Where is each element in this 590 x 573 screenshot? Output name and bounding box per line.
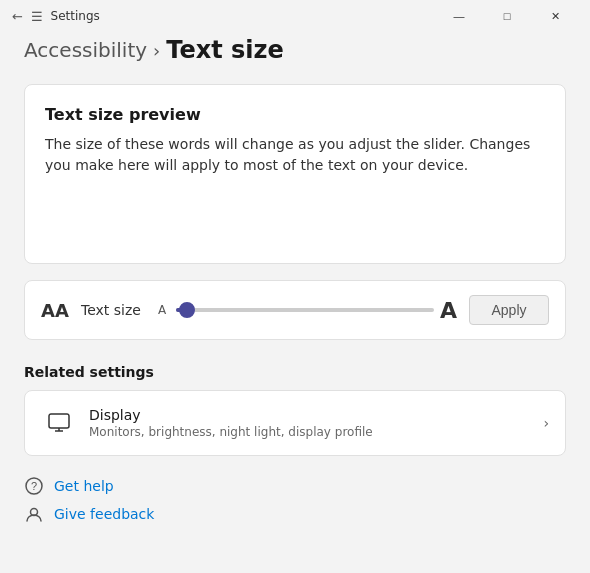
svg-text:?: ? (31, 480, 37, 492)
maximize-button[interactable]: □ (484, 0, 530, 32)
text-size-row: AA Text size A A Apply (24, 280, 566, 340)
main-content: Accessibility › Text size Text size prev… (0, 36, 590, 540)
get-help-icon: ? (24, 476, 44, 496)
text-size-preview-box: Text size preview The size of these word… (24, 84, 566, 264)
titlebar: ← ☰ Settings — □ ✕ (0, 0, 590, 32)
display-chevron-icon: › (543, 415, 549, 431)
svg-rect-0 (49, 414, 69, 428)
text-size-label: Text size (81, 302, 146, 318)
hamburger-icon[interactable]: ☰ (31, 9, 43, 24)
slider-track-wrapper[interactable] (176, 300, 434, 320)
footer-links: ? Get help Give feedback (24, 476, 566, 524)
window-title: Settings (51, 9, 100, 23)
breadcrumb: Accessibility › Text size (24, 36, 566, 64)
related-settings-title: Related settings (24, 364, 566, 380)
minimize-button[interactable]: — (436, 0, 482, 32)
breadcrumb-parent[interactable]: Accessibility (24, 38, 147, 62)
preview-title: Text size preview (45, 105, 545, 124)
text-size-aa-icon: AA (41, 300, 69, 321)
close-button[interactable]: ✕ (532, 0, 578, 32)
display-settings-item[interactable]: Display Monitors, brightness, night ligh… (25, 391, 565, 455)
get-help-link[interactable]: ? Get help (24, 476, 566, 496)
get-help-label: Get help (54, 478, 114, 494)
back-button[interactable]: ← (12, 9, 23, 24)
give-feedback-link[interactable]: Give feedback (24, 504, 566, 524)
give-feedback-icon (24, 504, 44, 524)
display-description: Monitors, brightness, night light, displ… (89, 425, 543, 439)
display-icon (41, 405, 77, 441)
related-settings-card: Display Monitors, brightness, night ligh… (24, 390, 566, 456)
breadcrumb-separator: › (153, 40, 160, 61)
preview-text: The size of these words will change as y… (45, 134, 545, 176)
window-controls: — □ ✕ (436, 0, 578, 32)
titlebar-left: ← ☰ Settings (12, 9, 436, 24)
give-feedback-label: Give feedback (54, 506, 154, 522)
slider-small-a: A (158, 303, 166, 317)
display-text: Display Monitors, brightness, night ligh… (89, 407, 543, 439)
display-name: Display (89, 407, 543, 423)
breadcrumb-current: Text size (166, 36, 284, 64)
apply-button[interactable]: Apply (469, 295, 549, 325)
slider-container: A A (158, 298, 457, 323)
slider-large-a: A (440, 298, 457, 323)
